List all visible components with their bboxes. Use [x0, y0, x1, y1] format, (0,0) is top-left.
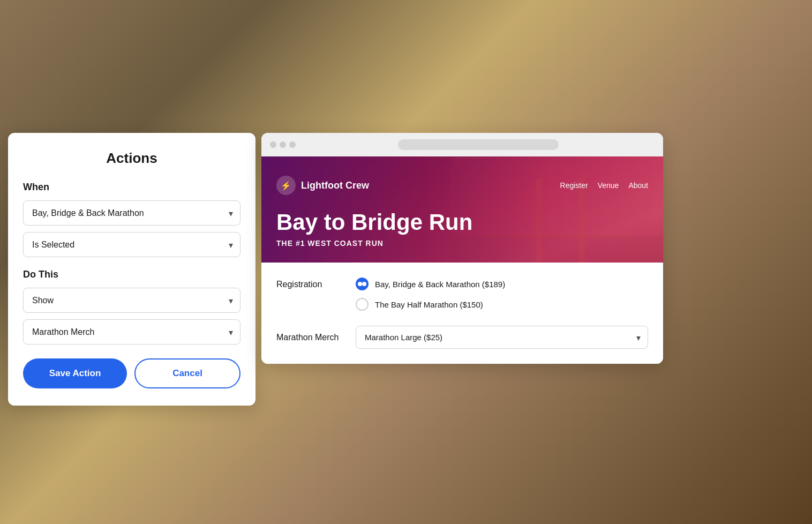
- when-section: When Bay, Bridge & Back Marathon ▾ Is Se…: [23, 182, 240, 257]
- merch-dropdown-wrapper: Marathon Large ($25) ▾: [356, 326, 648, 349]
- registration-row: Registration Bay, Bridge & Back Marathon…: [276, 278, 648, 311]
- hero-text-area: Bay to Bridge Run THE #1 WEST COAST RUN: [276, 195, 648, 248]
- save-action-button[interactable]: Save Action: [23, 358, 127, 388]
- nav-link-venue[interactable]: Venue: [598, 181, 619, 190]
- site-hero: ⚡ Lightfoot Crew Register Venue About Ba…: [261, 156, 663, 263]
- lightning-icon: ⚡: [276, 176, 296, 195]
- browser-chrome: [261, 133, 663, 156]
- do-this-label: Do This: [23, 269, 240, 280]
- merch-label: Marathon Merch: [276, 333, 341, 342]
- radio-options: Bay, Bridge & Back Marathon ($189) The B…: [356, 278, 648, 311]
- radio-option-half[interactable]: The Bay Half Marathon ($150): [356, 298, 648, 311]
- browser-dots: [270, 141, 296, 148]
- do-dropdown2-wrapper: Marathon Merch ▾: [23, 319, 240, 345]
- radio-label-half: The Bay Half Marathon ($150): [375, 300, 483, 309]
- nav-link-register[interactable]: Register: [560, 181, 588, 190]
- site-main-title: Bay to Bridge Run: [276, 210, 648, 235]
- browser-dot-green: [289, 141, 296, 148]
- logo-text: Lightfoot Crew: [301, 180, 369, 191]
- do-dropdown1[interactable]: Show: [23, 288, 240, 313]
- nav-link-about[interactable]: About: [628, 181, 648, 190]
- do-this-section: Do This Show ▾ Marathon Merch ▾: [23, 269, 240, 345]
- do-dropdown1-wrapper: Show ▾: [23, 288, 240, 313]
- when-dropdown1[interactable]: Bay, Bridge & Back Marathon: [23, 200, 240, 226]
- browser-panel: ⚡ Lightfoot Crew Register Venue About Ba…: [261, 133, 663, 364]
- when-dropdown1-wrapper: Bay, Bridge & Back Marathon ▾: [23, 200, 240, 226]
- actions-title: Actions: [23, 150, 240, 167]
- registration-label: Registration: [276, 278, 341, 289]
- radio-option-marathon[interactable]: Bay, Bridge & Back Marathon ($189): [356, 278, 648, 290]
- radio-circle-selected: [356, 278, 369, 290]
- browser-dot-yellow: [280, 141, 286, 148]
- site-subtitle: THE #1 WEST COAST RUN: [276, 239, 648, 248]
- site-content: Registration Bay, Bridge & Back Marathon…: [261, 263, 663, 364]
- browser-dot-red: [270, 141, 276, 148]
- buttons-row: Save Action Cancel: [23, 358, 240, 388]
- actions-panel: Actions When Bay, Bridge & Back Marathon…: [8, 133, 255, 406]
- radio-circle-unselected: [356, 298, 369, 311]
- cancel-button[interactable]: Cancel: [134, 358, 240, 388]
- browser-addressbar: [398, 139, 559, 150]
- merch-dropdown[interactable]: Marathon Large ($25): [356, 326, 648, 349]
- site-nav-links: Register Venue About: [560, 181, 648, 190]
- merch-row: Marathon Merch Marathon Large ($25) ▾: [276, 326, 648, 349]
- when-label: When: [23, 182, 240, 193]
- site-logo: ⚡ Lightfoot Crew: [276, 176, 369, 195]
- do-dropdown2[interactable]: Marathon Merch: [23, 319, 240, 345]
- radio-label-marathon: Bay, Bridge & Back Marathon ($189): [375, 280, 505, 289]
- when-dropdown2[interactable]: Is Selected: [23, 232, 240, 257]
- when-dropdown2-wrapper: Is Selected ▾: [23, 232, 240, 257]
